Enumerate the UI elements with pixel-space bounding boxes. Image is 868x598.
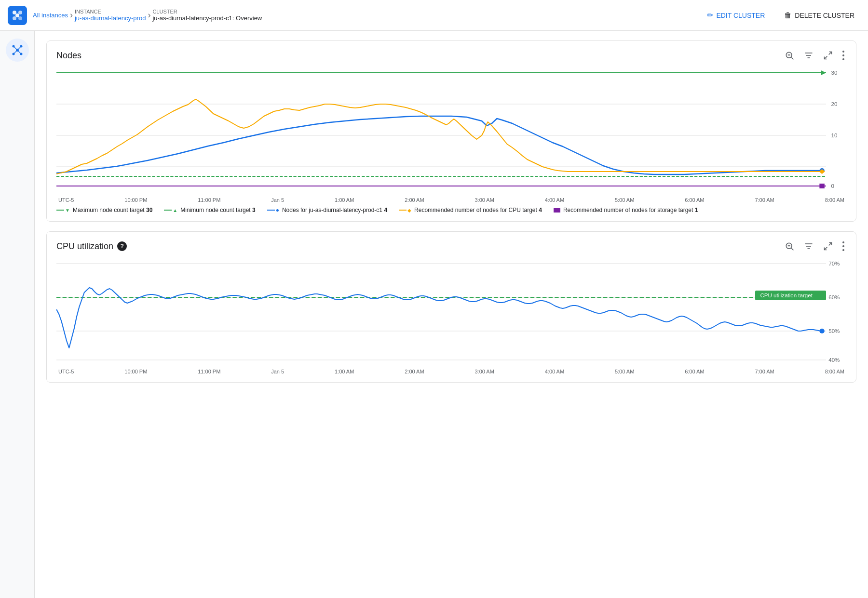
nodes-chart-svg: 30 20 10 0 [56, 68, 846, 193]
delete-cluster-button[interactable]: 🗑 DELETE CLUSTER [778, 7, 860, 24]
nodes-chart-panel: Nodes [46, 40, 856, 222]
cpu-chart-header: CPU utilization ? [56, 239, 846, 253]
app-logo [8, 6, 27, 25]
svg-line-12 [14, 50, 17, 54]
sidebar [0, 31, 35, 598]
breadcrumb-instance: INSTANCE ju-as-diurnal-latency-prod [75, 9, 146, 22]
svg-text:30: 30 [831, 70, 838, 76]
svg-point-51 [842, 249, 844, 251]
svg-line-10 [14, 46, 17, 50]
svg-point-22 [842, 51, 844, 53]
cpu-fullscreen-button[interactable] [821, 239, 835, 253]
cpu-search-button[interactable] [783, 239, 796, 253]
app-header: All instances › INSTANCE ju-as-diurnal-l… [0, 0, 868, 31]
svg-point-61 [819, 329, 825, 333]
svg-text:60%: 60% [828, 294, 840, 300]
cpu-chart-actions [783, 239, 846, 253]
svg-text:50%: 50% [828, 328, 840, 334]
nodes-chart-legend: ▼ Maximum node count target 30 ▲ Minimum… [56, 207, 846, 213]
main-layout: Nodes [0, 31, 868, 598]
legend-rec-storage: Recommended number of nodes for storage … [554, 207, 698, 213]
legend-max-node: ▼ Maximum node count target 30 [56, 207, 152, 213]
edit-cluster-label: EDIT CLUSTER [716, 12, 765, 19]
cpu-chart-svg-wrap: 70% 60% 50% 40% CPU utilization target [56, 259, 846, 365]
legend-min-node: ▲ Minimum node count target 3 [164, 207, 255, 213]
svg-point-3 [18, 16, 22, 20]
svg-point-0 [13, 11, 16, 14]
svg-text:10: 10 [831, 133, 838, 138]
cpu-help-icon[interactable]: ? [117, 241, 127, 251]
cpu-chart-panel: CPU utilization ? [46, 231, 856, 383]
svg-line-15 [791, 57, 793, 59]
breadcrumb-cluster-title: ju-as-diurnal-latency-prod-c1: Overview [152, 14, 262, 22]
nodes-more-button[interactable] [841, 49, 846, 62]
svg-marker-35 [821, 70, 827, 75]
svg-text:20: 20 [831, 101, 838, 107]
main-content: Nodes [35, 31, 868, 598]
nodes-chart-svg-wrap: 30 20 10 0 [56, 68, 846, 193]
svg-point-4 [15, 13, 19, 17]
svg-line-20 [829, 52, 832, 55]
svg-text:40%: 40% [828, 357, 840, 363]
nodes-fullscreen-button[interactable] [821, 49, 835, 62]
svg-text:0: 0 [831, 183, 834, 189]
edit-pencil-icon: ✏ [707, 11, 713, 20]
svg-line-42 [791, 248, 793, 250]
breadcrumb: All instances › INSTANCE ju-as-diurnal-l… [33, 9, 695, 22]
svg-point-23 [842, 54, 844, 56]
cpu-chart-title: CPU utilization ? [56, 241, 127, 252]
svg-line-11 [17, 46, 21, 50]
delete-trash-icon: 🗑 [784, 11, 792, 20]
nodes-chart-title: Nodes [56, 51, 81, 61]
breadcrumb-sep-1: › [70, 10, 73, 20]
breadcrumb-all-instances[interactable]: All instances [33, 12, 68, 19]
svg-point-49 [842, 241, 844, 243]
svg-rect-40 [819, 184, 825, 188]
svg-line-48 [825, 247, 827, 250]
breadcrumb-sep-2: › [148, 10, 150, 20]
breadcrumb-instance-link[interactable]: ju-as-diurnal-latency-prod [75, 14, 146, 22]
cpu-more-button[interactable] [841, 239, 846, 253]
edit-cluster-button[interactable]: ✏ EDIT CLUSTER [701, 7, 771, 24]
svg-line-47 [829, 243, 832, 246]
nodes-chart-header: Nodes [56, 49, 846, 62]
cpu-chart-svg: 70% 60% 50% 40% CPU utilization target [56, 259, 846, 365]
svg-text:CPU utilization target: CPU utilization target [760, 292, 813, 298]
svg-point-50 [842, 245, 844, 247]
svg-point-1 [18, 11, 22, 14]
svg-point-24 [842, 58, 844, 60]
svg-line-21 [825, 56, 827, 59]
svg-point-2 [13, 16, 16, 20]
sidebar-nodes-icon[interactable] [6, 39, 29, 62]
nodes-x-axis: UTC-5 10:00 PM 11:00 PM Jan 5 1:00 AM 2:… [56, 197, 846, 203]
nodes-filter-button[interactable] [802, 49, 815, 62]
legend-nodes-cluster: ● Nodes for ju-as-diurnal-latency-prod-c… [267, 207, 387, 213]
svg-text:70%: 70% [828, 261, 840, 266]
svg-line-13 [17, 50, 21, 54]
nodes-search-button[interactable] [783, 49, 796, 62]
nodes-chart-actions [783, 49, 846, 62]
cpu-filter-button[interactable] [802, 239, 815, 253]
delete-cluster-label: DELETE CLUSTER [795, 12, 854, 19]
legend-rec-cpu: ◆ Recommended number of nodes for CPU ta… [399, 207, 542, 213]
cpu-chart-area: 70% 60% 50% 40% CPU utilization target [56, 259, 846, 374]
cpu-x-axis: UTC-5 10:00 PM 11:00 PM Jan 5 1:00 AM 2:… [56, 369, 846, 374]
header-actions: ✏ EDIT CLUSTER 🗑 DELETE CLUSTER [701, 7, 860, 24]
nodes-chart-area: 30 20 10 0 [56, 68, 846, 203]
breadcrumb-cluster: CLUSTER ju-as-diurnal-latency-prod-c1: O… [152, 9, 262, 22]
